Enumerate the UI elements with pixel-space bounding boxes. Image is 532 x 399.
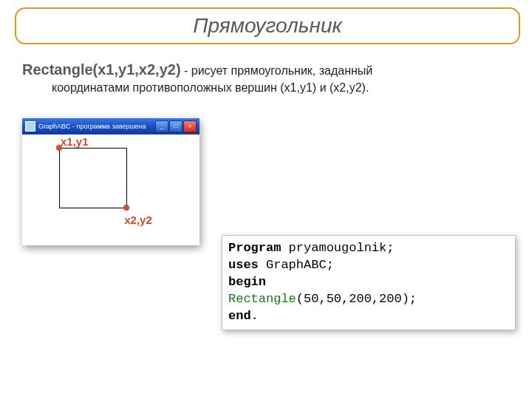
code-line-5: end. [228,308,509,325]
title-box: Прямоугольник [15,7,520,44]
function-call: Rectangle [228,292,296,306]
window-buttons: _ □ × [155,120,197,132]
drawn-rectangle [59,148,127,208]
minimize-button[interactable]: _ [155,120,168,132]
vertex-dot-2 [123,205,129,211]
end-dot: . [251,309,259,323]
function-args: (50,50,200,200); [296,292,417,306]
desc-text-2: координатами противоположных вершин (x1,… [52,80,510,96]
app-icon [25,121,35,132]
keyword-program: Program [228,241,281,255]
code-line-3: begin [228,274,509,291]
app-window: GraphABC - программа завершена _ □ × x1,… [22,118,200,245]
code-line-4: Rectangle(50,50,200,200); [228,291,509,308]
keyword-uses: uses [228,258,259,272]
page-title: Прямоугольник [193,14,342,38]
window-title: GraphABC - программа завершена [38,123,155,130]
keyword-begin: begin [228,275,266,289]
code-listing: Program pryamougolnik; uses GraphABC; be… [222,235,516,330]
desc-text-1: - рисует прямоугольник, заданный [181,64,373,77]
vertex-label-1: x1,y1 [61,136,93,148]
desc-function-signature: Rectangle(x1,y1,x2,y2) [22,61,181,78]
keyword-end: end [228,309,251,323]
description: Rectangle(x1,y1,x2,y2) - рисует прямоуго… [22,59,510,96]
client-area: x1,y1 x2,y2 [22,134,200,245]
unit-name: GraphABC; [259,258,334,272]
titlebar: GraphABC - программа завершена _ □ × [22,118,200,134]
vertex-label-2: x2,y2 [122,214,154,226]
program-name: pryamougolnik; [281,241,394,255]
maximize-button[interactable]: □ [169,120,183,132]
code-line-2: uses GraphABC; [228,257,509,274]
code-line-1: Program pryamougolnik; [228,240,509,257]
close-button[interactable]: × [183,120,197,132]
